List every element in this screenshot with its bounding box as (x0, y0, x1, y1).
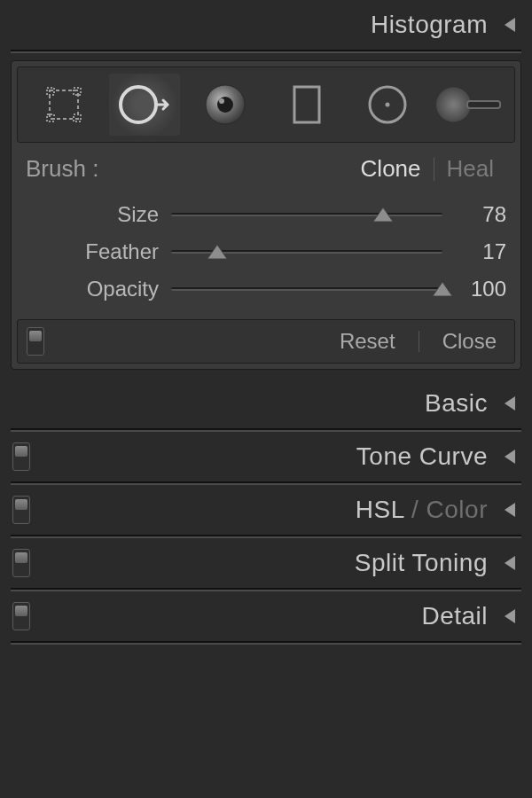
svg-marker-18 (505, 396, 515, 411)
hsl-color-title: HSL / Color (356, 496, 488, 524)
tone-curve-title: Tone Curve (356, 442, 488, 471)
slider-opacity-label: Opacity (26, 277, 171, 301)
detail-title: Detail (421, 602, 488, 630)
svg-rect-10 (294, 87, 319, 122)
section-toggle[interactable] (12, 549, 30, 577)
slider-size-track[interactable] (171, 205, 442, 224)
collapse-icon (502, 607, 518, 625)
toolstrip (17, 66, 515, 143)
svg-marker-22 (505, 609, 515, 623)
close-button[interactable]: Close (434, 329, 505, 354)
svg-point-13 (436, 87, 471, 121)
slider-feather-value: 17 (442, 239, 506, 264)
slider-feather-track[interactable] (171, 242, 442, 262)
slider-size-value: 78 (442, 202, 506, 227)
crop-tool[interactable] (28, 74, 99, 136)
tone-curve-header[interactable]: Tone Curve (11, 432, 521, 481)
svg-marker-17 (433, 282, 452, 296)
slider-opacity-track[interactable] (171, 279, 442, 299)
slider-thumb-icon[interactable] (433, 282, 452, 296)
tool-footer: Reset Close (17, 319, 515, 364)
collapse-icon (502, 554, 518, 572)
spot-removal-tool[interactable] (109, 74, 180, 136)
slider-feather-label: Feather (26, 239, 171, 264)
brush-options: Brush : Clone Heal Size 78 Feather (17, 143, 515, 319)
collapse-icon (502, 448, 518, 466)
section-toggle[interactable] (12, 602, 30, 630)
slider-feather: Feather 17 (26, 239, 506, 264)
hsl-color-header[interactable]: HSL / Color (11, 485, 521, 535)
detail-header[interactable]: Detail (11, 591, 521, 641)
brush-label: Brush : (26, 155, 98, 183)
svg-point-8 (217, 97, 233, 113)
svg-marker-21 (505, 556, 515, 570)
svg-marker-20 (505, 503, 515, 517)
slider-thumb-icon[interactable] (373, 207, 393, 222)
graduated-filter-tool[interactable] (271, 74, 342, 136)
svg-marker-19 (505, 450, 515, 464)
brush-mode-clone[interactable]: Clone (348, 155, 434, 183)
slider-thumb-icon[interactable] (207, 245, 227, 259)
split-toning-title: Split Toning (355, 549, 488, 577)
basic-title: Basic (425, 389, 488, 418)
slider-opacity: Opacity 100 (26, 277, 506, 301)
svg-point-6 (121, 87, 156, 122)
histogram-title: Histogram (371, 11, 488, 39)
slider-size: Size 78 (26, 202, 506, 227)
brush-mode-row: Brush : Clone Heal (26, 155, 506, 183)
brush-mode-heal[interactable]: Heal (434, 155, 506, 183)
collapse-icon (502, 395, 518, 412)
svg-point-9 (219, 98, 224, 104)
collapse-icon (502, 16, 518, 34)
divider (11, 641, 521, 645)
divider (11, 50, 521, 53)
histogram-header[interactable]: Histogram (11, 0, 521, 50)
red-eye-tool[interactable] (190, 74, 261, 136)
basic-header[interactable]: Basic (11, 379, 521, 428)
reset-button[interactable]: Reset (331, 329, 404, 354)
radial-filter-tool[interactable] (352, 74, 423, 136)
pin-toggle[interactable] (27, 327, 44, 356)
section-toggle[interactable] (12, 496, 30, 524)
separator (419, 331, 419, 352)
section-toggle[interactable] (12, 442, 30, 471)
split-toning-header[interactable]: Split Toning (11, 538, 521, 588)
slider-size-label: Size (26, 202, 171, 227)
svg-marker-16 (207, 245, 227, 259)
svg-marker-15 (373, 207, 393, 222)
collapse-icon (502, 501, 518, 519)
develop-panel: Histogram (0, 0, 532, 798)
svg-point-12 (385, 103, 389, 107)
tool-panel: Brush : Clone Heal Size 78 Feather (11, 60, 521, 370)
svg-rect-14 (467, 101, 500, 108)
adjustment-brush-tool[interactable] (433, 74, 504, 136)
svg-marker-0 (505, 18, 515, 32)
